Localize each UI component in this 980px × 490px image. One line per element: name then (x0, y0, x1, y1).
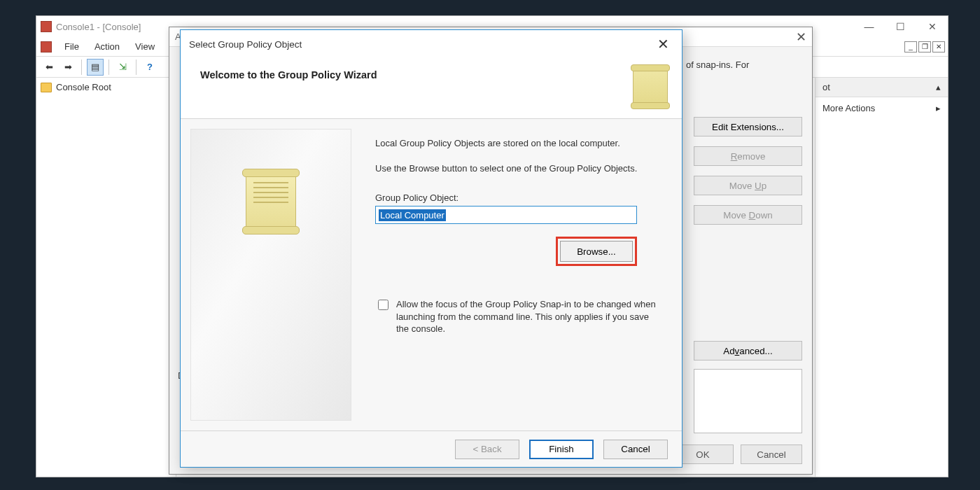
menu-file[interactable]: File (57, 40, 86, 53)
browse-button[interactable]: Browse... (560, 241, 633, 262)
mmc-actions-pane: ot ▴ More Actions ▸ (815, 78, 948, 477)
maximize-button[interactable]: ☐ (885, 16, 916, 37)
wizard-close-button[interactable]: ✕ (653, 36, 673, 52)
collapse-icon[interactable]: ▴ (936, 82, 941, 92)
gpo-wizard-dialog: Select Group Policy Object ✕ Welcome to … (180, 29, 682, 468)
wizard-footer: < Back Finish Cancel (181, 430, 682, 467)
wizard-header: Welcome to the Group Policy Wizard (181, 58, 682, 119)
menu-view[interactable]: View (128, 40, 162, 53)
menu-action[interactable]: Action (88, 40, 127, 53)
gpo-field-label: Group Policy Object: (375, 192, 662, 203)
help-icon[interactable]: ? (141, 59, 158, 76)
mdi-restore-button[interactable]: ❐ (918, 41, 931, 52)
browse-highlight: Browse... (556, 237, 637, 266)
mmc-doc-icon (41, 41, 52, 52)
focus-checkbox-row: Allow the focus of the Group Policy Snap… (375, 298, 662, 335)
mdi-close-button[interactable]: ✕ (932, 41, 945, 52)
mmc-app-icon (41, 21, 52, 32)
description-box (694, 369, 802, 433)
separator (81, 59, 82, 75)
back-icon[interactable]: ⬅ (41, 59, 57, 76)
minimize-button[interactable]: — (853, 16, 885, 37)
wizard-content: Local Group Policy Objects are stored on… (351, 119, 682, 430)
separator (108, 59, 109, 75)
actions-header-text: ot (822, 82, 830, 92)
snapins-cancel-button[interactable]: Cancel (741, 444, 802, 464)
wizard-body: Local Group Policy Objects are stored on… (181, 119, 682, 430)
gpo-object-value: Local Computer (379, 209, 446, 221)
snapins-side-buttons: Edit Extensions... RRemoveemove Move Up … (694, 117, 802, 225)
finish-button[interactable]: Finish (529, 440, 594, 459)
folder-icon (41, 83, 52, 92)
wizard-heading: Welcome to the Group Policy Wizard (200, 69, 377, 80)
scroll-icon (633, 66, 668, 107)
snapins-close-button[interactable]: ✕ (796, 29, 806, 45)
advanced-button[interactable]: Advanced... (694, 341, 802, 360)
export-icon[interactable]: ⇲ (114, 59, 131, 76)
back-button[interactable]: < Back (455, 440, 519, 459)
tree-node-label: Console Root (56, 82, 111, 92)
move-down-button[interactable]: Move Down (694, 205, 802, 225)
tree-node-console-root[interactable]: Console Root (41, 82, 172, 92)
cancel-button[interactable]: Cancel (603, 440, 668, 459)
wizard-graphic-pane (190, 129, 351, 421)
mmc-tree-pane: Console Root (36, 78, 176, 477)
allow-focus-label: Allow the focus of the Group Policy Snap… (396, 298, 662, 335)
wizard-text-2: Use the Browse button to select one of t… (375, 162, 662, 175)
close-button[interactable]: ✕ (916, 16, 948, 37)
allow-focus-checkbox[interactable] (378, 300, 388, 310)
remove-button[interactable]: RRemoveemove (694, 146, 802, 166)
wizard-text-1: Local Group Policy Objects are stored on… (375, 137, 662, 150)
separator (136, 59, 136, 75)
scroll-icon (246, 172, 296, 232)
gpo-object-field[interactable]: Local Computer (375, 206, 637, 224)
wizard-titlebar: Select Group Policy Object ✕ (181, 30, 682, 58)
edit-extensions-button[interactable]: Edit Extensions... (694, 117, 802, 136)
show-tree-icon[interactable]: ▤ (87, 59, 104, 76)
wizard-title: Select Group Policy Object (189, 39, 302, 50)
window-controls: — ☐ ✕ (853, 16, 948, 37)
snapins-text-frag: of snap-ins. For (686, 59, 749, 70)
actions-more-label: More Actions (822, 103, 875, 113)
move-up-button[interactable]: Move Up (694, 176, 802, 195)
actions-more[interactable]: More Actions ▸ (816, 97, 948, 119)
chevron-right-icon: ▸ (936, 103, 941, 113)
forward-icon[interactable]: ➡ (59, 59, 76, 76)
mdi-controls: _ ❐ ✕ (904, 41, 948, 52)
mdi-minimize-button[interactable]: _ (904, 41, 917, 52)
snapins-footer: OK Cancel (672, 444, 802, 464)
mmc-title: Console1 - [Console] (56, 22, 141, 32)
actions-header: ot ▴ (816, 78, 948, 97)
